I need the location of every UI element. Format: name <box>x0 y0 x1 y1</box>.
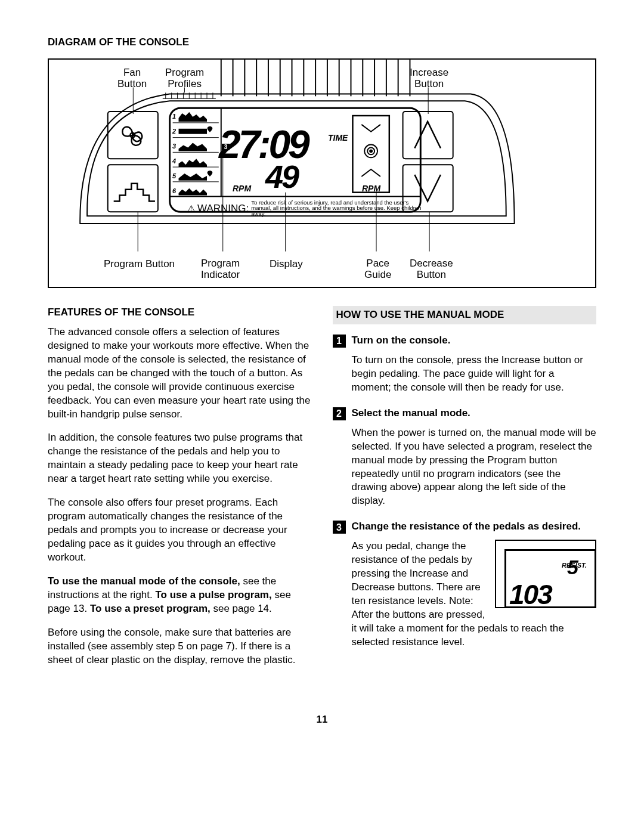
svg-rect-43 <box>403 112 453 159</box>
features-p3: The console also offers four preset prog… <box>48 496 312 565</box>
heading-features: FEATURES OF THE CONSOLE <box>48 306 312 320</box>
step-2-body: When the power is turned on, the manual … <box>352 426 597 509</box>
features-p2: In addition, the console features two pu… <box>48 431 312 486</box>
step-2-num: 2 <box>333 407 346 420</box>
step-2: 2 Select the manual mode. <box>333 407 597 420</box>
features-p4: To use the manual mode of the console, s… <box>48 575 312 616</box>
step-1: 1 Turn on the console. <box>333 334 597 348</box>
console-diagram: Fan Button Program Profiles Increase But… <box>48 58 596 288</box>
svg-point-39 <box>370 150 372 152</box>
fan-icon <box>122 127 142 145</box>
stair-icon <box>114 184 155 202</box>
step-3-num: 3 <box>333 521 346 534</box>
features-p4c: To use a pulse program, <box>155 589 271 600</box>
step-1-head: Turn on the console. <box>352 334 451 348</box>
svg-rect-44 <box>403 165 453 212</box>
resist-figure: 5 RESIST. 103 <box>495 540 596 608</box>
step-2-head: Select the manual mode. <box>352 407 470 420</box>
page-number: 11 <box>48 713 596 727</box>
step-3-body: 5 RESIST. 103 As you pedal, change the r… <box>352 540 597 649</box>
step-3-head: Change the resistance of the pedals as d… <box>352 520 581 534</box>
features-p4f: see page 14. <box>210 603 272 614</box>
features-p1: The advanced console offers a selection … <box>48 326 312 422</box>
console-svg <box>49 60 595 287</box>
caret-down-icon <box>414 175 441 202</box>
resist-digits: 103 <box>509 576 552 608</box>
heading-manual-mode: HOW TO USE THE MANUAL MODE <box>333 306 597 324</box>
svg-rect-30 <box>179 129 208 134</box>
step-1-body: To turn on the console, press the Increa… <box>352 354 597 395</box>
svg-rect-42 <box>108 165 158 212</box>
step-3: 3 Change the resistance of the pedals as… <box>333 520 597 534</box>
features-p5: Before using the console, make sure that… <box>48 626 312 667</box>
column-left: FEATURES OF THE CONSOLE The advanced con… <box>48 306 312 677</box>
features-p4a: To use the manual mode of the console, <box>48 575 240 587</box>
features-p4e: To use a preset program, <box>90 603 210 614</box>
body-columns: FEATURES OF THE CONSOLE The advanced con… <box>48 306 596 677</box>
heading-diagram: DIAGRAM OF THE CONSOLE <box>48 36 596 49</box>
column-right: HOW TO USE THE MANUAL MODE 1 Turn on the… <box>333 306 597 677</box>
resist-label: RESIST. <box>562 561 587 570</box>
caret-up-icon <box>414 122 441 148</box>
step-1-num: 1 <box>333 335 346 348</box>
